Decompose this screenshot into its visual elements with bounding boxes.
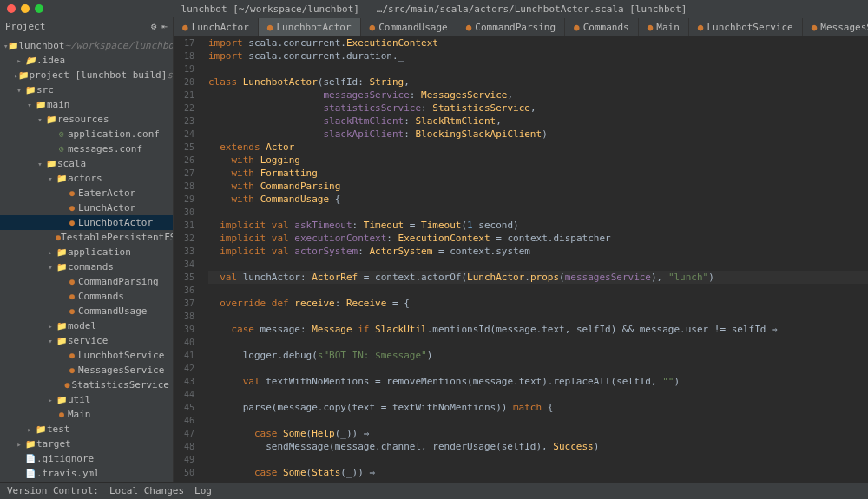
code-line[interactable] [208,62,868,76]
code-line[interactable]: class LunchbotActor(selfId: String, [208,76,868,89]
log-tab[interactable]: Log [194,485,212,496]
tree-node[interactable]: ●MessagesService [0,363,173,378]
expand-icon[interactable]: ▸ [14,440,24,449]
tree-node[interactable]: ▸📁.idea [0,53,173,68]
tree-node[interactable]: ⚙messages.conf [0,141,173,156]
editor-tab[interactable]: ●LunchActor [174,18,259,36]
collapse-icon[interactable]: ⇤ [161,21,168,32]
code-line[interactable] [208,336,868,349]
code-line[interactable]: implicit val executionContext: Execution… [208,232,868,245]
expand-icon[interactable]: ▾ [24,101,35,109]
local-changes-tab[interactable]: Local Changes [109,485,184,496]
code-line[interactable]: with CommandParsing [208,180,868,193]
code-line[interactable]: case Some(Help(_)) ⇒ [208,427,868,440]
tree-node[interactable]: ●StatisticsService [0,378,173,392]
code-line[interactable]: import scala.concurrent.duration._ [208,49,868,62]
tree-node[interactable]: 📄.gitignore [0,451,173,466]
project-header[interactable]: Project ⇤ [0,17,173,36]
tree-node[interactable]: ▾📁resources [0,112,173,127]
code-line[interactable]: case message: Message if SlackUtil.menti… [208,323,868,336]
code-line[interactable]: val textWithNoMentions = removeMentions(… [208,375,868,388]
code-line[interactable] [208,258,868,271]
maximize-icon[interactable] [35,4,43,13]
code-line[interactable]: with Logging [208,154,868,167]
tree-node[interactable]: ●LunchbotService [0,348,173,363]
code-line[interactable]: implicit val askTimeout: Timeout = Timeo… [208,219,868,232]
tree-node[interactable]: ▾📁scala [0,156,173,171]
code-line[interactable]: messagesService: MessagesService, [208,89,868,102]
code-line[interactable]: sendMessage(message.channel, renderUsage… [208,440,868,453]
vcs-label[interactable]: Version Control: [7,485,99,496]
editor-tab[interactable]: ●LunchbotActor [259,18,361,36]
code-line[interactable]: extends Actor [208,141,868,154]
code-line[interactable]: slackRtmClient: SlackRtmClient, [208,115,868,128]
tree-node[interactable]: ⚙application.conf [0,127,173,141]
tree-node[interactable]: ▸📁model [0,318,173,333]
tree-node[interactable]: ●EaterActor [0,186,173,200]
code-line[interactable]: logger.debug(s"BOT IN: $message") [208,349,868,362]
code-lines[interactable]: import scala.concurrent.ExecutionContext… [200,36,868,482]
expand-icon[interactable]: ▾ [14,86,24,95]
code-line[interactable] [208,362,868,375]
code-line[interactable]: case Some(Stats(_)) ⇒ [208,466,868,479]
tree-node[interactable]: ●LunchbotActor [0,215,173,230]
code-editor[interactable]: 1718192021222324252627282930313233343536… [174,36,868,482]
code-line[interactable] [208,284,868,297]
code-line[interactable]: val lunchActor: ActorRef = context.actor… [208,271,868,284]
minimize-icon[interactable] [21,4,30,13]
editor-tab[interactable]: ●Main [639,18,689,36]
tree-node[interactable]: ▸📁target [0,437,173,451]
tree-node[interactable]: 📄build.sbt [0,481,173,482]
tree-node[interactable]: ▾📁commands [0,259,173,274]
expand-icon[interactable]: ▾ [45,174,56,183]
code-line[interactable]: implicit val actorSystem: ActorSystem = … [208,245,868,258]
expand-icon[interactable]: ▾ [35,160,45,168]
gear-icon[interactable] [151,21,157,32]
code-line[interactable]: parse(message.copy(text = textWithNoMent… [208,401,868,414]
editor-tabs[interactable]: ●LunchActor●LunchbotActor●CommandUsage●C… [174,17,868,36]
editor-tab[interactable]: ●Commands [565,18,639,36]
tree-node[interactable]: ▾📁service [0,333,173,348]
tree-node[interactable]: ▸📁project [lunchbot-build] sources root [0,68,173,82]
project-tree[interactable]: ▾📁lunchbot ~/workspace/lunchbot▸📁.idea▸📁… [0,36,173,482]
tree-node[interactable]: ●Main [0,407,173,422]
tree-node[interactable]: ▾📁lunchbot ~/workspace/lunchbot [0,38,173,53]
code-line[interactable]: statisticsService: StatisticsService, [208,102,868,115]
expand-icon[interactable]: ▸ [24,425,35,434]
tree-node[interactable]: 📄.travis.yml [0,466,173,481]
editor-tab[interactable]: ●MessagesService [803,18,868,36]
editor-tab[interactable]: ●CommandUsage [361,18,457,36]
tree-node[interactable]: ▾📁actors [0,171,173,186]
expand-icon[interactable]: ▸ [14,56,24,65]
expand-icon[interactable]: ▾ [45,337,56,345]
tree-node[interactable]: ●Commands [0,289,173,304]
editor-tab[interactable]: ●CommandParsing [457,18,565,36]
tree-node[interactable]: ▸📁util [0,392,173,407]
code-line[interactable]: with CommandUsage { [208,193,868,206]
close-icon[interactable] [7,4,16,13]
code-line[interactable]: with Formatting [208,167,868,180]
editor-tab[interactable]: ●LunchbotService [689,18,803,36]
tree-node[interactable]: ▾📁main [0,97,173,112]
expand-icon[interactable]: ▾ [35,115,45,124]
tree-node[interactable]: ●CommandParsing [0,274,173,289]
tree-node[interactable]: ▸📁test [0,422,173,437]
tree-node[interactable]: ▾📁src [0,82,173,97]
code-line[interactable] [208,453,868,466]
code-line[interactable] [208,414,868,427]
code-line[interactable] [208,310,868,323]
tree-node[interactable]: ●TestablePersistentFSM [0,230,173,245]
code-line[interactable]: slackApiClient: BlockingSlackApiClient) [208,128,868,141]
expand-icon[interactable]: ▸ [45,396,56,404]
code-line[interactable]: statisticsService.getLunchmasterStatisti… [208,479,868,482]
code-line[interactable] [208,206,868,219]
tree-node[interactable]: ●CommandUsage [0,304,173,318]
code-line[interactable]: override def receive: Receive = { [208,297,868,310]
code-line[interactable] [208,388,868,401]
expand-icon[interactable]: ▾ [45,263,56,272]
tree-node[interactable]: ●LunchActor [0,200,173,215]
expand-icon[interactable]: ▸ [45,322,56,331]
window-controls[interactable] [7,4,43,13]
expand-icon[interactable]: ▸ [45,248,56,257]
tree-node[interactable]: ▸📁application [0,245,173,259]
